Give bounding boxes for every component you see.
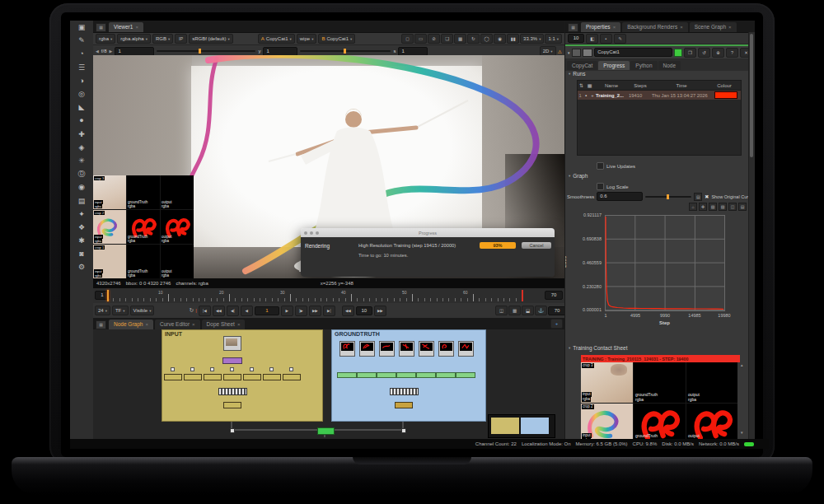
refresh-icon[interactable]: ↻ [467, 34, 480, 44]
scrollbar-thumb[interactable] [750, 34, 753, 157]
shuffle-node-green[interactable] [357, 372, 377, 378]
crop-node[interactable] [204, 374, 222, 380]
graph-section-header[interactable]: ▾Graph [569, 173, 588, 179]
goto-start-button[interactable]: |◀ [199, 306, 211, 316]
reformat-node[interactable] [223, 402, 241, 408]
zoom-level-select[interactable]: 33.3%▾ [520, 34, 544, 44]
tab-curve-editor[interactable]: Curve Editor× [155, 320, 200, 329]
tab-progress[interactable]: Progress [598, 61, 630, 70]
max-panels-field[interactable]: 10 [568, 34, 584, 43]
read-node-input[interactable] [223, 336, 241, 351]
gain-slider[interactable] [157, 50, 255, 52]
views-icon[interactable]: ◉ [70, 180, 93, 194]
crop-node[interactable] [283, 374, 301, 380]
read-node-groundtruth[interactable] [419, 341, 434, 357]
run-colour-swatch[interactable] [714, 91, 737, 99]
input-process-toggle[interactable]: IP [175, 34, 187, 44]
tab-node[interactable]: Node [658, 61, 681, 70]
draw-icon[interactable]: ✎ [70, 34, 93, 47]
tab-viewer1[interactable]: Viewer1 × [109, 22, 143, 32]
smoothness-knob[interactable] [667, 194, 669, 199]
dot-node[interactable] [289, 367, 293, 371]
play-backward-fast-button[interactable]: ◀◀ [213, 306, 225, 316]
dot-node[interactable] [250, 367, 254, 371]
expand-icon[interactable]: + [589, 93, 596, 98]
panel-scrollbar[interactable] [748, 32, 755, 439]
close-icon[interactable]: × [135, 22, 138, 32]
pane-menu-icon[interactable]: ▦ [96, 23, 106, 32]
gamma-slider[interactable] [300, 50, 391, 52]
tab-properties[interactable]: Properties× [581, 22, 620, 32]
gamma-field[interactable]: 1 [263, 47, 297, 56]
read-node-groundtruth[interactable] [458, 341, 474, 357]
fstop-next-icon[interactable]: ▶ [110, 49, 113, 54]
runs-table-row[interactable]: 1 ▪ + Training_2... 19410 Thu Jan 15 13:… [578, 91, 741, 100]
read-node-groundtruth[interactable] [438, 341, 454, 357]
toolsets-icon[interactable]: ✦ [70, 208, 93, 221]
shuffle-node-green[interactable] [456, 372, 475, 378]
node-gl-color-swatch[interactable] [583, 49, 592, 57]
play-backward-button[interactable]: ◀ [241, 306, 253, 316]
proxy-icon[interactable]: ◻ [401, 34, 414, 44]
traffic-light-close-icon[interactable] [304, 231, 307, 235]
play-button[interactable]: ▶ [281, 306, 293, 316]
tab-scene-graph[interactable]: Scene Graph× [690, 22, 737, 32]
step-back-button[interactable]: ◀| [227, 306, 239, 316]
sat-field[interactable]: 1 [398, 47, 428, 56]
close-icon[interactable]: × [237, 320, 241, 329]
range-end-field[interactable]: 70 [548, 306, 566, 315]
time-icon[interactable]: ◔ [70, 47, 93, 60]
close-icon[interactable]: × [145, 320, 148, 329]
crop-node[interactable] [223, 374, 241, 380]
read-node-groundtruth[interactable] [379, 341, 395, 357]
training-contact-sheet-header[interactable]: ▾Training Contact Sheet [569, 345, 628, 351]
playhead[interactable] [107, 290, 109, 301]
transform-icon[interactable]: ✚ [70, 128, 93, 141]
loop-mode-icon[interactable]: ↻ [189, 307, 194, 314]
dot-node[interactable] [269, 367, 274, 371]
timeline-end-field[interactable]: 70 [545, 291, 563, 300]
render-icon[interactable]: ◙ [70, 247, 93, 260]
goto-end-button[interactable]: ▶| [323, 306, 335, 316]
smoothness-slider[interactable] [645, 196, 691, 198]
node-name-field[interactable]: CopyCat1 [594, 48, 672, 57]
center-icon[interactable]: ⊕ [712, 48, 724, 58]
appendclip-node[interactable] [218, 388, 247, 395]
shuffle-node-green[interactable] [337, 372, 357, 378]
machine-learning-icon[interactable]: ✱ [70, 234, 93, 247]
timeline-ruler[interactable]: 1 10 20 30 40 50 60 70 [93, 288, 564, 304]
color-icon[interactable]: ◑ [70, 74, 93, 87]
gain-slider-knob[interactable] [199, 49, 201, 54]
pause-icon[interactable]: ▮▮ [507, 34, 519, 44]
display-channel-select[interactable]: RGB▾ [152, 34, 173, 44]
close-icon[interactable]: × [680, 22, 683, 32]
pane-menu-icon[interactable]: ▦ [96, 320, 106, 329]
node-color-swatch[interactable] [572, 49, 582, 57]
tab-python[interactable]: Python [630, 61, 657, 70]
dot-node[interactable] [210, 367, 214, 371]
cancel-button[interactable]: Cancel [522, 242, 551, 249]
col-name[interactable]: Name [594, 83, 629, 88]
roi-icon[interactable]: ◯ [480, 34, 493, 44]
postage-stamp-indicator[interactable] [674, 49, 682, 57]
lock-range-icon[interactable]: ⬓ [522, 306, 534, 315]
flipbook-range-icon[interactable]: ▦ [508, 306, 521, 315]
layer-select[interactable]: rgba▾ [96, 34, 115, 44]
viewer-canvas[interactable]: crop 3 input rgba groundTruth rgba outpu… [93, 55, 564, 278]
fps-select[interactable]: 24▾ [95, 306, 110, 315]
pane-menu-icon[interactable]: ▦ [568, 23, 578, 32]
frame-increment-button[interactable]: ▶▶ [374, 306, 386, 316]
flipbook-icon[interactable]: ◫ [495, 306, 508, 315]
crop-node[interactable] [243, 374, 261, 380]
traffic-light-zoom-icon[interactable] [316, 231, 319, 235]
wipe-select[interactable]: wipe▾ [297, 34, 317, 44]
animation-menu-icon[interactable]: ▤ [694, 193, 702, 201]
format-icon[interactable]: ▭ [414, 34, 427, 44]
input-a-select[interactable]: ACopyCat1▾ [258, 34, 295, 44]
col-colour[interactable]: Colour [711, 83, 737, 88]
pixel-ratio-select[interactable]: 1:1▾ [545, 34, 562, 44]
metadata-icon[interactable]: ▤ [70, 194, 93, 207]
fstop-prev-icon[interactable]: ◀ [96, 49, 99, 54]
nodegraph-canvas[interactable]: INPUT GROUNDTRUTH [93, 329, 564, 439]
gamma-slider-knob[interactable] [344, 49, 346, 54]
